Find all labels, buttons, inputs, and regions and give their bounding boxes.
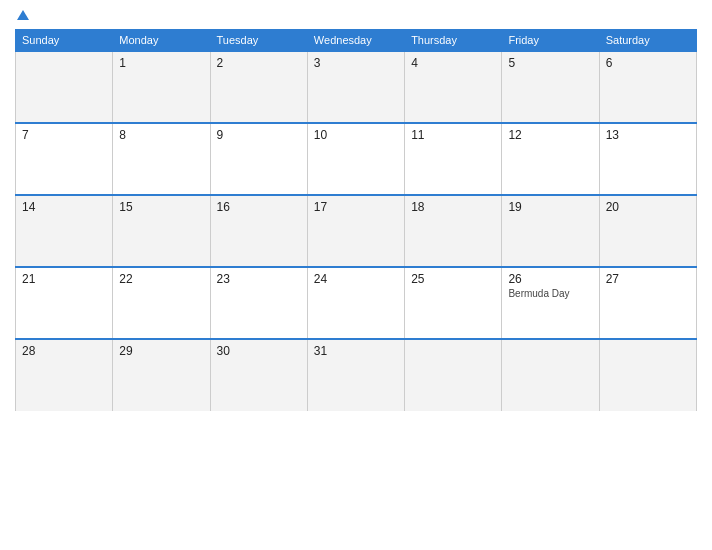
- calendar-cell: 4: [405, 51, 502, 123]
- calendar-cell: 2: [210, 51, 307, 123]
- day-number: 28: [22, 344, 106, 358]
- day-number: 21: [22, 272, 106, 286]
- calendar-cell: 14: [16, 195, 113, 267]
- calendar-cell: [502, 339, 599, 411]
- day-number: 18: [411, 200, 495, 214]
- day-number: 27: [606, 272, 690, 286]
- calendar-cell: 8: [113, 123, 210, 195]
- calendar-cell: 7: [16, 123, 113, 195]
- calendar-cell: 28: [16, 339, 113, 411]
- logo: [15, 10, 29, 21]
- calendar-cell: 1: [113, 51, 210, 123]
- calendar-cell: 22: [113, 267, 210, 339]
- calendar-week-row: 78910111213: [16, 123, 697, 195]
- day-number: 6: [606, 56, 690, 70]
- calendar-table: Sunday Monday Tuesday Wednesday Thursday…: [15, 29, 697, 411]
- day-number: 19: [508, 200, 592, 214]
- day-number: 12: [508, 128, 592, 142]
- calendar-page: Sunday Monday Tuesday Wednesday Thursday…: [0, 0, 712, 550]
- day-number: 4: [411, 56, 495, 70]
- header-monday: Monday: [113, 30, 210, 52]
- day-number: 20: [606, 200, 690, 214]
- calendar-header: [15, 10, 697, 29]
- logo-triangle-icon: [17, 10, 29, 20]
- day-number: 8: [119, 128, 203, 142]
- weekday-header-row: Sunday Monday Tuesday Wednesday Thursday…: [16, 30, 697, 52]
- calendar-week-row: 212223242526Bermuda Day27: [16, 267, 697, 339]
- day-number: 2: [217, 56, 301, 70]
- calendar-cell: 26Bermuda Day: [502, 267, 599, 339]
- day-number: 7: [22, 128, 106, 142]
- calendar-cell: 23: [210, 267, 307, 339]
- calendar-cell: [599, 339, 696, 411]
- day-number: 5: [508, 56, 592, 70]
- header-sunday: Sunday: [16, 30, 113, 52]
- calendar-cell: 24: [307, 267, 404, 339]
- calendar-cell: 25: [405, 267, 502, 339]
- holiday-name: Bermuda Day: [508, 288, 592, 299]
- calendar-cell: 15: [113, 195, 210, 267]
- calendar-cell: 11: [405, 123, 502, 195]
- calendar-cell: 6: [599, 51, 696, 123]
- header-friday: Friday: [502, 30, 599, 52]
- header-thursday: Thursday: [405, 30, 502, 52]
- day-number: 29: [119, 344, 203, 358]
- calendar-cell: 10: [307, 123, 404, 195]
- calendar-cell: 12: [502, 123, 599, 195]
- day-number: 3: [314, 56, 398, 70]
- calendar-week-row: 28293031: [16, 339, 697, 411]
- day-number: 17: [314, 200, 398, 214]
- day-number: 11: [411, 128, 495, 142]
- calendar-cell: 29: [113, 339, 210, 411]
- calendar-cell: 5: [502, 51, 599, 123]
- day-number: 24: [314, 272, 398, 286]
- day-number: 16: [217, 200, 301, 214]
- calendar-cell: 30: [210, 339, 307, 411]
- header-saturday: Saturday: [599, 30, 696, 52]
- day-number: 10: [314, 128, 398, 142]
- day-number: 9: [217, 128, 301, 142]
- day-number: 23: [217, 272, 301, 286]
- calendar-cell: 20: [599, 195, 696, 267]
- calendar-cell: 18: [405, 195, 502, 267]
- calendar-cell: 17: [307, 195, 404, 267]
- day-number: 22: [119, 272, 203, 286]
- calendar-week-row: 14151617181920: [16, 195, 697, 267]
- calendar-cell: 3: [307, 51, 404, 123]
- calendar-cell: [16, 51, 113, 123]
- day-number: 26: [508, 272, 592, 286]
- day-number: 1: [119, 56, 203, 70]
- calendar-cell: [405, 339, 502, 411]
- calendar-cell: 13: [599, 123, 696, 195]
- calendar-cell: 27: [599, 267, 696, 339]
- calendar-cell: 9: [210, 123, 307, 195]
- day-number: 25: [411, 272, 495, 286]
- calendar-week-row: 123456: [16, 51, 697, 123]
- calendar-cell: 16: [210, 195, 307, 267]
- calendar-cell: 19: [502, 195, 599, 267]
- header-tuesday: Tuesday: [210, 30, 307, 52]
- day-number: 14: [22, 200, 106, 214]
- day-number: 15: [119, 200, 203, 214]
- calendar-cell: 31: [307, 339, 404, 411]
- calendar-cell: 21: [16, 267, 113, 339]
- header-wednesday: Wednesday: [307, 30, 404, 52]
- day-number: 31: [314, 344, 398, 358]
- day-number: 13: [606, 128, 690, 142]
- day-number: 30: [217, 344, 301, 358]
